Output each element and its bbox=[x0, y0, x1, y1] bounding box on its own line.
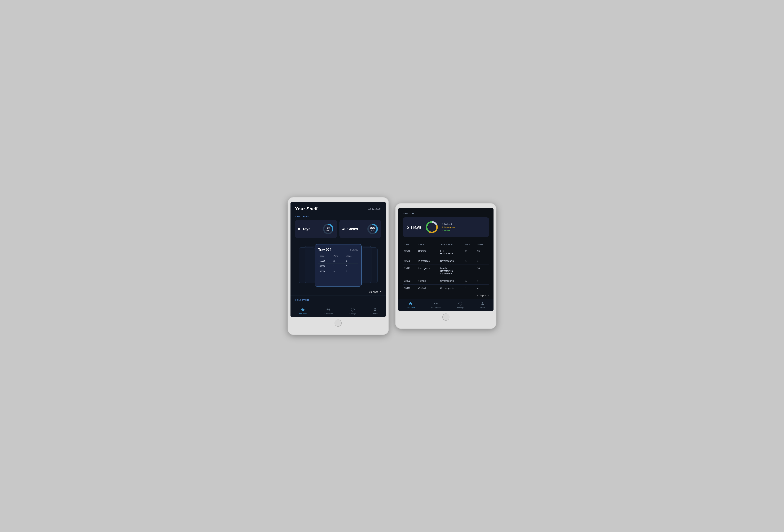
pending-card[interactable]: 5 Trays 1Ordered bbox=[403, 217, 489, 237]
holdovers-section: HOLDOVERS bbox=[295, 296, 381, 305]
case-cell-id: 12560 bbox=[403, 257, 417, 265]
right-bottom-nav: Your Shelf AI Assistant bbox=[398, 299, 494, 311]
right-screen: PENDING 5 Trays bbox=[398, 208, 494, 311]
trays-stat-card[interactable]: 8 Trays 3/8 seen bbox=[295, 220, 337, 238]
cases-stat-label: 40 Cases bbox=[342, 227, 358, 231]
right-home-button[interactable] bbox=[442, 313, 449, 321]
trays-donut: 3/8 seen bbox=[323, 223, 334, 235]
cases-table-row[interactable]: 13422 Verified Chromogenic 1 4 bbox=[403, 277, 489, 285]
pending-section: PENDING 5 Trays bbox=[398, 208, 494, 242]
settings-icon bbox=[351, 307, 355, 312]
case-cell-status: In-progress bbox=[417, 265, 439, 277]
legend-ordered: 1Ordered bbox=[442, 223, 455, 225]
right-nav-ai-label: AI Assistant bbox=[431, 307, 441, 309]
case-cell-slides: 4 bbox=[476, 257, 489, 265]
case-cell-parts: 2 bbox=[464, 265, 476, 277]
col-case: Case bbox=[403, 242, 417, 247]
left-date: 02-12-2024 bbox=[368, 207, 381, 211]
cases-stat-card[interactable]: 40 Cases 15/40 seen bbox=[339, 220, 381, 238]
case-cell-slides: 16 bbox=[476, 265, 489, 277]
profile-icon bbox=[373, 307, 377, 312]
cases-table-row[interactable]: 12560 In-progress Chromogenic 1 4 bbox=[403, 257, 489, 265]
cases-table: Case Status Tests ordered Parts Slides 1… bbox=[403, 242, 489, 292]
tray-cell-slides: 7 bbox=[344, 269, 358, 274]
left-ipad: Your Shelf 02-12-2024 NEW TRAYS 8 Trays … bbox=[287, 197, 389, 335]
right-collapse-button[interactable]: Collapse ∧ bbox=[398, 292, 494, 299]
nav-profile-label: Profile bbox=[372, 313, 377, 315]
stats-row: 8 Trays 3/8 seen 40 Cases bbox=[295, 220, 381, 238]
svg-point-24 bbox=[460, 303, 461, 304]
tray-name: Tray 004 bbox=[318, 248, 331, 251]
tray-cell-parts: 1 bbox=[332, 263, 344, 269]
right-nav-shelf-label: Your Shelf bbox=[407, 307, 415, 309]
cases-table-section: Case Status Tests ordered Parts Slides 1… bbox=[398, 242, 494, 292]
nav-settings-label: Settings bbox=[349, 313, 356, 315]
case-cell-status: Ordered bbox=[417, 247, 439, 257]
tray-section: Tray 004 3 Cases Case Parts Slides bbox=[295, 243, 381, 296]
nav-your-shelf-label: Your Shelf bbox=[299, 313, 307, 315]
collapse-button[interactable]: Collapse ∧ bbox=[295, 288, 381, 296]
nav-ai-label: AI Assistant bbox=[324, 313, 333, 315]
tray-col-slides: Slides bbox=[344, 254, 358, 258]
svg-point-25 bbox=[482, 302, 483, 304]
holdovers-label: HOLDOVERS bbox=[295, 299, 381, 301]
case-cell-tests: Chromogenic bbox=[439, 257, 464, 265]
tray-table-row[interactable]: 55556 1 2 bbox=[318, 263, 358, 269]
col-slides: Slides bbox=[476, 242, 489, 247]
case-cell-parts: 2 bbox=[464, 247, 476, 257]
case-cell-id: 13422 bbox=[403, 285, 417, 292]
right-profile-icon bbox=[480, 301, 485, 306]
right-nav-profile-label: Profile bbox=[480, 307, 485, 309]
col-tests: Tests ordered bbox=[439, 242, 464, 247]
case-cell-slides: 4 bbox=[476, 277, 489, 285]
tray-carousel: Tray 004 3 Cases Case Parts Slides bbox=[295, 243, 381, 288]
tray-card-header: Tray 004 3 Cases bbox=[318, 248, 358, 251]
tray-cell-parts: 3 bbox=[332, 269, 344, 274]
cases-table-row[interactable]: 13412 In-progress LevelsHematoxylinCytok… bbox=[403, 265, 489, 277]
svg-point-11 bbox=[352, 309, 353, 310]
case-cell-tests: LevelsHematoxylinCytokeratin bbox=[439, 265, 464, 277]
right-collapse-chevron-icon: ∧ bbox=[487, 294, 489, 297]
pending-trays-label: 5 Trays bbox=[407, 225, 421, 230]
tray-table-row[interactable]: 55555 2 3 bbox=[318, 258, 358, 263]
case-cell-id: 12548 bbox=[403, 247, 417, 257]
left-home-button[interactable] bbox=[335, 319, 342, 327]
pending-label: PENDING bbox=[403, 212, 489, 215]
tray-cell-slides: 3 bbox=[344, 258, 358, 263]
case-cell-status: Verified bbox=[417, 277, 439, 285]
tray-col-parts: Parts bbox=[332, 254, 344, 258]
nav-settings[interactable]: Settings bbox=[349, 307, 356, 315]
nav-ai-assistant[interactable]: AI Assistant bbox=[324, 307, 333, 315]
right-collapse-label: Collapse bbox=[477, 294, 486, 297]
right-nav-settings-label: Settings bbox=[457, 307, 464, 309]
right-nav-ai[interactable]: AI Assistant bbox=[431, 301, 441, 309]
tray-cell-parts: 2 bbox=[332, 258, 344, 263]
tray-table: Case Parts Slides 55555 2 3 55556 1 2 55… bbox=[318, 254, 358, 274]
svg-point-10 bbox=[328, 309, 329, 310]
cases-donut: 15/40 seen bbox=[367, 223, 378, 235]
nav-profile[interactable]: Profile bbox=[372, 307, 377, 315]
cases-table-row[interactable]: 13422 Verified Chromogenic 1 4 bbox=[403, 285, 489, 292]
nav-your-shelf[interactable]: Your Shelf bbox=[299, 307, 307, 315]
home-icon bbox=[301, 307, 305, 312]
pending-legend: 1Ordered 2In-progress 2Verified bbox=[442, 223, 455, 231]
right-ipad: PENDING 5 Trays bbox=[395, 203, 497, 329]
tray-main-card[interactable]: Tray 004 3 Cases Case Parts Slides bbox=[315, 244, 362, 286]
tray-col-case: Case bbox=[318, 254, 332, 258]
tray-cell-slides: 2 bbox=[344, 263, 358, 269]
right-nav-your-shelf[interactable]: Your Shelf bbox=[407, 301, 415, 309]
right-nav-settings[interactable]: Settings bbox=[457, 301, 464, 309]
case-cell-slides: 16 bbox=[476, 247, 489, 257]
case-cell-slides: 4 bbox=[476, 285, 489, 292]
collapse-label: Collapse bbox=[369, 290, 378, 293]
tray-count: 3 Cases bbox=[350, 248, 358, 251]
right-settings-icon bbox=[458, 301, 463, 306]
right-nav-profile[interactable]: Profile bbox=[480, 301, 485, 309]
cases-table-header: Case Status Tests ordered Parts Slides bbox=[403, 242, 489, 247]
case-cell-tests: IHCHematoxylin bbox=[439, 247, 464, 257]
tray-table-row[interactable]: 55578 3 7 bbox=[318, 269, 358, 274]
left-screen-content: Your Shelf 02-12-2024 NEW TRAYS 8 Trays … bbox=[290, 202, 386, 305]
case-cell-parts: 1 bbox=[464, 257, 476, 265]
cases-table-row[interactable]: 12548 Ordered IHCHematoxylin 2 16 bbox=[403, 247, 489, 257]
right-ai-icon bbox=[433, 301, 438, 306]
